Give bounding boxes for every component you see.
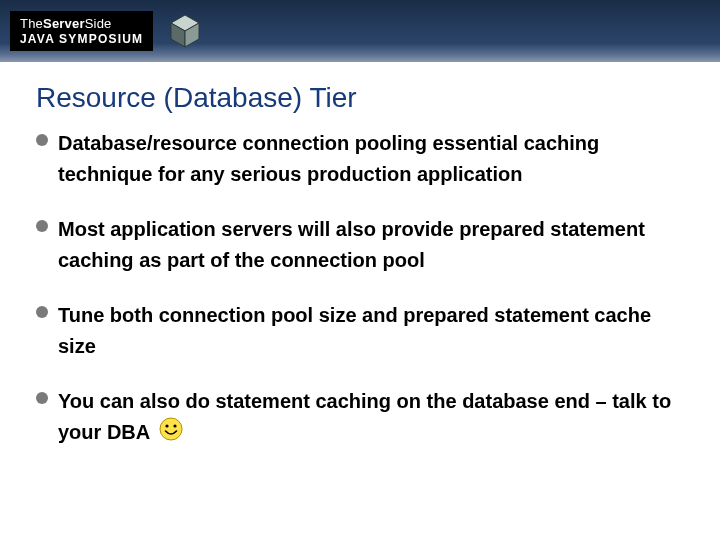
bullet-text: Most application servers will also provi…	[58, 214, 690, 276]
bullet-dot-icon	[36, 134, 48, 146]
bullet-item: Most application servers will also provi…	[36, 214, 690, 276]
smiley-icon	[159, 417, 183, 450]
svg-point-5	[173, 425, 176, 428]
logo-text-block: TheServerSide JAVA SYMPOSIUM	[10, 11, 153, 51]
bullet-text: You can also do statement caching on the…	[58, 386, 690, 450]
slide-title: Resource (Database) Tier	[36, 82, 720, 114]
svg-point-3	[160, 418, 182, 440]
slide-header: TheServerSide JAVA SYMPOSIUM	[0, 0, 720, 62]
bullet-text: Database/resource connection pooling ess…	[58, 128, 690, 190]
logo-line-2: JAVA SYMPOSIUM	[20, 33, 143, 45]
bullet-item: Tune both connection pool size and prepa…	[36, 300, 690, 362]
logo-word-side: Side	[85, 16, 112, 31]
cube-icon	[165, 11, 205, 51]
bullet-item: Database/resource connection pooling ess…	[36, 128, 690, 190]
bullet-dot-icon	[36, 306, 48, 318]
bullet-dot-icon	[36, 220, 48, 232]
logo-line-1: TheServerSide	[20, 17, 143, 30]
bullet-dot-icon	[36, 392, 48, 404]
slide-content: Database/resource connection pooling ess…	[0, 128, 720, 450]
svg-point-4	[165, 425, 168, 428]
logo-word-server: Server	[43, 16, 85, 31]
bullet-item: You can also do statement caching on the…	[36, 386, 690, 450]
bullet-text-span: You can also do statement caching on the…	[58, 390, 671, 443]
bullet-text: Tune both connection pool size and prepa…	[58, 300, 690, 362]
logo-word-the: The	[20, 16, 43, 31]
